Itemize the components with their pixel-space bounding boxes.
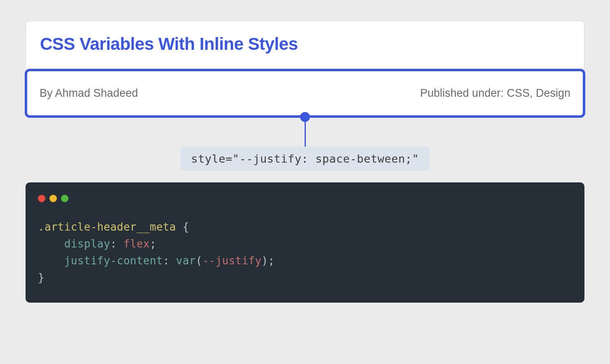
code-colon: : [110, 238, 124, 250]
article-published: Published under: CSS, Design [420, 87, 570, 100]
code-selector: .article-header__meta [38, 221, 176, 233]
code-brace-open: { [176, 221, 189, 233]
code-block: .article-header__meta { display: flex; j… [26, 182, 584, 303]
window-maximize-icon [61, 195, 68, 202]
code-prop-display: display [64, 238, 110, 250]
code-brace-close: } [38, 271, 45, 284]
code-colon: : [163, 254, 176, 267]
code-semi: ; [150, 238, 156, 250]
article-title: CSS Variables With Inline Styles [26, 34, 584, 69]
article-meta-row: By Ahmad Shadeed Published under: CSS, D… [25, 69, 585, 118]
window-controls [38, 195, 572, 202]
code-semi: ; [268, 254, 274, 267]
connector-line [305, 121, 306, 147]
code-func-var: var [176, 254, 196, 267]
article-card: CSS Variables With Inline Styles By Ahma… [26, 21, 584, 117]
article-author: By Ahmad Shadeed [40, 87, 138, 100]
window-close-icon [38, 195, 45, 202]
code-paren-open: ( [196, 254, 202, 267]
code-value-flex: flex [123, 238, 150, 250]
code-paren-close: ) [262, 254, 268, 267]
inline-style-annotation: style="--justify: space-between;" [181, 147, 430, 171]
code-prop-justify: justify-content [64, 254, 163, 267]
window-minimize-icon [49, 195, 57, 202]
connector-dot [300, 112, 310, 122]
annotation-label-wrapper: style="--justify: space-between;" [26, 147, 584, 171]
code-cssvar: --justify [202, 254, 262, 267]
code-content: .article-header__meta { display: flex; j… [38, 219, 572, 286]
